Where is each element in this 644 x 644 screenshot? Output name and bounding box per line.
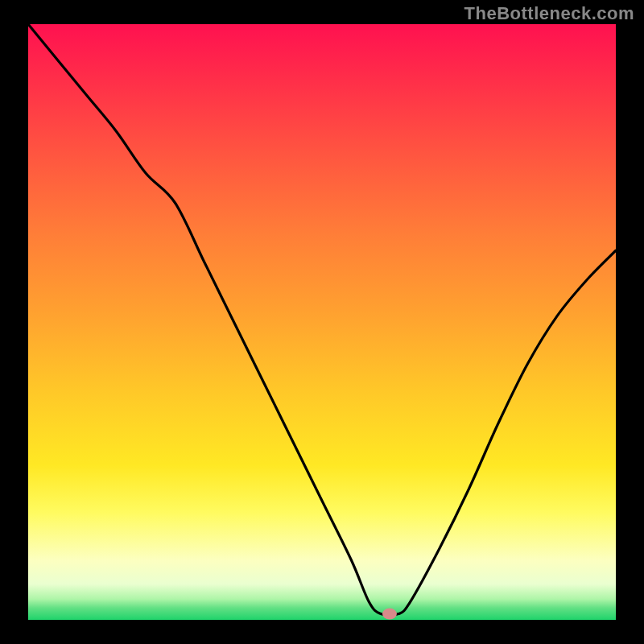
plot-area xyxy=(28,24,616,620)
curve-svg xyxy=(28,24,616,620)
bottleneck-curve xyxy=(28,24,616,615)
optimal-point-marker xyxy=(382,609,397,620)
watermark-text: TheBottleneck.com xyxy=(464,3,634,24)
chart-frame: TheBottleneck.com xyxy=(0,0,644,644)
